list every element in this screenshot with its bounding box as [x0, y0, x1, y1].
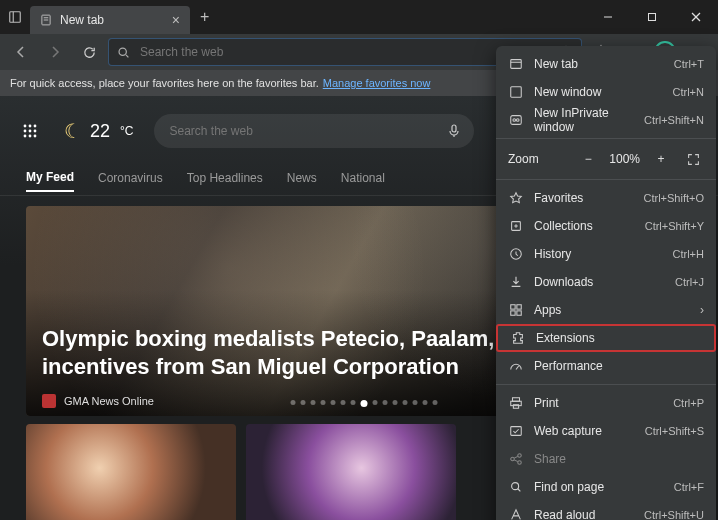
svg-rect-48: [513, 405, 518, 409]
find-icon: [508, 480, 524, 494]
svg-rect-26: [452, 125, 456, 132]
menu-extensions[interactable]: Extensions: [496, 324, 716, 352]
feed-tab-coronavirus[interactable]: Coronavirus: [98, 171, 163, 191]
menu-performance[interactable]: Performance: [496, 352, 716, 380]
feed-tab-news[interactable]: News: [287, 171, 317, 191]
menu-new-inprivate[interactable]: New InPrivate windowCtrl+Shift+N: [496, 106, 716, 134]
menu-read-aloud[interactable]: Read aloudCtrl+Shift+U: [496, 501, 716, 520]
svg-point-22: [34, 130, 37, 133]
capture-icon: [508, 424, 524, 438]
svg-point-55: [512, 483, 519, 490]
svg-point-21: [29, 130, 32, 133]
moon-icon: ☾: [64, 119, 82, 143]
tab-actions-button[interactable]: [0, 2, 30, 32]
svg-point-36: [516, 119, 519, 122]
menu-apps[interactable]: Apps›: [496, 296, 716, 324]
refresh-button[interactable]: [74, 37, 104, 67]
extensions-icon: [510, 331, 526, 345]
forward-button[interactable]: [40, 37, 70, 67]
downloads-icon: [508, 275, 524, 289]
svg-point-52: [518, 461, 522, 465]
app-launcher-icon[interactable]: [16, 117, 44, 145]
featured-source: GMA News Online: [64, 395, 154, 407]
settings-menu: New tabCtrl+T New windowCtrl+N New InPri…: [496, 46, 716, 520]
menu-history[interactable]: HistoryCtrl+H: [496, 240, 716, 268]
svg-rect-31: [511, 60, 522, 69]
svg-rect-42: [517, 305, 521, 309]
share-icon: [508, 452, 524, 466]
feed-tab-national[interactable]: National: [341, 171, 385, 191]
menu-favorites[interactable]: FavoritesCtrl+Shift+O: [496, 184, 716, 212]
back-button[interactable]: [6, 37, 36, 67]
print-icon: [508, 396, 524, 410]
history-icon: [508, 247, 524, 261]
svg-point-25: [34, 135, 37, 138]
new-tab-button[interactable]: +: [190, 8, 219, 26]
menu-zoom-row: Zoom − 100% +: [496, 143, 716, 175]
feed-tab-top-headlines[interactable]: Top Headlines: [187, 171, 263, 191]
read-aloud-icon: [508, 508, 524, 520]
svg-point-24: [29, 135, 32, 138]
apps-icon: [508, 303, 524, 317]
svg-rect-41: [511, 305, 515, 309]
menu-print[interactable]: PrintCtrl+P: [496, 389, 716, 417]
zoom-out-button[interactable]: −: [577, 148, 599, 170]
titlebar: New tab × +: [0, 0, 718, 34]
performance-icon: [508, 359, 524, 373]
svg-point-23: [24, 135, 27, 138]
svg-line-45: [516, 366, 519, 370]
svg-point-51: [518, 454, 522, 458]
menu-new-window[interactable]: New windowCtrl+N: [496, 78, 716, 106]
svg-line-56: [518, 489, 521, 492]
svg-line-10: [126, 54, 128, 56]
svg-rect-43: [511, 311, 515, 315]
svg-point-19: [34, 125, 37, 128]
favorites-hint: For quick access, place your favorites h…: [10, 77, 319, 89]
svg-point-20: [24, 130, 27, 133]
weather-widget[interactable]: ☾ 22°C: [64, 119, 134, 143]
inprivate-icon: [508, 113, 524, 127]
source-badge-icon: [42, 394, 56, 408]
chevron-right-icon: ›: [700, 303, 704, 317]
fullscreen-button[interactable]: [682, 148, 704, 170]
ntp-search-box[interactable]: [154, 114, 474, 148]
feed-card[interactable]: [26, 424, 236, 520]
ntp-search-input[interactable]: [168, 123, 438, 139]
svg-rect-6: [649, 14, 656, 21]
search-icon: [117, 46, 130, 59]
svg-point-35: [513, 119, 516, 122]
menu-web-capture[interactable]: Web captureCtrl+Shift+S: [496, 417, 716, 445]
menu-downloads[interactable]: DownloadsCtrl+J: [496, 268, 716, 296]
close-window-button[interactable]: [674, 0, 718, 34]
address-input[interactable]: [138, 44, 551, 60]
svg-line-53: [514, 456, 518, 458]
manage-favorites-link[interactable]: Manage favorites now: [323, 77, 431, 89]
feed-tab-my-feed[interactable]: My Feed: [26, 170, 74, 192]
svg-point-18: [29, 125, 32, 128]
svg-rect-44: [517, 311, 521, 315]
menu-new-tab[interactable]: New tabCtrl+T: [496, 50, 716, 78]
svg-rect-49: [511, 427, 522, 436]
menu-find[interactable]: Find on pageCtrl+F: [496, 473, 716, 501]
star-icon: [508, 191, 524, 205]
weather-temp: 22: [90, 121, 110, 142]
minimize-button[interactable]: [586, 0, 630, 34]
feed-card[interactable]: [246, 424, 456, 520]
collections-icon: [508, 219, 524, 233]
close-tab-button[interactable]: ×: [172, 12, 180, 28]
weather-unit: °C: [120, 124, 133, 138]
new-tab-icon: [508, 57, 524, 71]
browser-window: New tab × + ph For quick access, place y…: [0, 0, 718, 520]
zoom-in-button[interactable]: +: [650, 148, 672, 170]
browser-tab[interactable]: New tab ×: [30, 6, 190, 34]
menu-collections[interactable]: CollectionsCtrl+Shift+Y: [496, 212, 716, 240]
mic-icon[interactable]: [448, 124, 460, 138]
new-window-icon: [508, 85, 524, 99]
svg-point-9: [119, 48, 126, 55]
zoom-label: Zoom: [508, 152, 562, 166]
zoom-value: 100%: [609, 152, 640, 166]
maximize-button[interactable]: [630, 0, 674, 34]
svg-rect-0: [10, 12, 21, 23]
menu-share: Share: [496, 445, 716, 473]
tab-title: New tab: [60, 13, 164, 27]
